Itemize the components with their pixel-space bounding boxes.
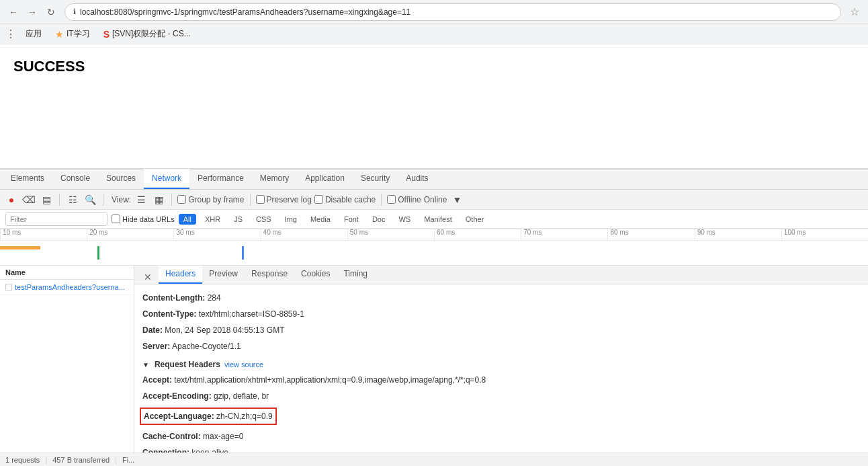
separator-5 xyxy=(381,194,382,206)
tab-security[interactable]: Security xyxy=(353,169,398,189)
timeline-area[interactable]: 10 ms 20 ms 30 ms 40 ms 50 ms 60 ms 70 m… xyxy=(0,229,868,266)
response-header-row: Content-Type: text/html;charset=ISO-8859… xyxy=(142,306,860,322)
disable-cache-label[interactable]: Disable cache xyxy=(314,195,376,204)
hide-data-urls-checkbox[interactable] xyxy=(112,215,120,223)
tab-timing[interactable]: Timing xyxy=(337,266,374,284)
section-triangle: ▼ xyxy=(142,361,149,368)
timeline-bar-orange xyxy=(0,246,40,249)
offline-label[interactable]: Offline xyxy=(387,195,421,204)
filter-type-doc[interactable]: Doc xyxy=(367,214,390,225)
page-content: SUCCESS xyxy=(0,44,868,169)
bookmark-apps-label: 应用 xyxy=(26,28,42,40)
status-bar: 1 requests | 457 B transferred | Fi... xyxy=(0,453,868,466)
tab-cookies[interactable]: Cookies xyxy=(294,266,337,284)
tab-application[interactable]: Application xyxy=(297,169,353,189)
address-bar[interactable]: ℹ localhost:8080/springmvc-1/springmvc/t… xyxy=(64,3,841,21)
timeline-bars xyxy=(0,241,868,265)
back-button[interactable]: ← xyxy=(5,4,21,20)
clear-button[interactable]: ⌫ xyxy=(21,192,36,207)
tab-memory[interactable]: Memory xyxy=(252,169,297,189)
filter-type-ws[interactable]: WS xyxy=(394,214,415,225)
tick-20ms: 20 ms xyxy=(87,229,173,240)
filter-type-xhr[interactable]: XHR xyxy=(200,214,225,225)
bookmark-button[interactable]: ☆ xyxy=(847,4,863,20)
filter-type-css[interactable]: CSS xyxy=(251,214,276,225)
bookmark-it[interactable]: ★ IT学习 xyxy=(51,27,94,41)
bookmark-svn[interactable]: S [SVN]权限分配 - CS... xyxy=(99,27,195,41)
tick-70ms: 70 ms xyxy=(521,229,607,240)
request-header-row: Accept-Language: zh-CN,zh;q=0.9 xyxy=(142,404,860,428)
request-headers-list: Accept: text/html,application/xhtml+xml,… xyxy=(142,372,860,453)
tab-console[interactable]: Console xyxy=(52,169,98,189)
reload-button[interactable]: ↻ xyxy=(43,4,59,20)
tab-elements[interactable]: Elements xyxy=(3,169,52,189)
status-requests: 1 requests xyxy=(5,456,40,464)
group-by-frame-checkbox[interactable] xyxy=(177,195,186,204)
network-conditions-button[interactable]: ▼ xyxy=(449,192,464,207)
filter-input[interactable] xyxy=(5,212,107,226)
list-view-button[interactable]: ☰ xyxy=(134,192,148,207)
forward-button[interactable]: → xyxy=(24,4,40,20)
response-header-row: Content-Length: 284 xyxy=(142,290,860,306)
preserve-log-label[interactable]: Preserve log xyxy=(256,195,312,204)
left-panel: Name testParamsAndheaders?userna... xyxy=(0,266,134,453)
devtools-panel: Elements Console Sources Network Perform… xyxy=(0,169,868,466)
tab-response[interactable]: Response xyxy=(245,266,294,284)
view-source-link[interactable]: view source xyxy=(224,360,263,368)
close-button[interactable]: ✕ xyxy=(140,270,156,284)
group-by-frame-label[interactable]: Group by frame xyxy=(177,195,244,204)
tick-60ms: 60 ms xyxy=(434,229,521,240)
request-item-icon xyxy=(5,284,12,290)
disable-cache-checkbox[interactable] xyxy=(314,195,323,204)
record-button[interactable]: ● xyxy=(4,192,19,207)
filter-type-other[interactable]: Other xyxy=(461,214,489,225)
online-label: Online xyxy=(424,195,447,204)
search-button[interactable]: 🔍 xyxy=(83,192,97,207)
tab-sources[interactable]: Sources xyxy=(98,169,144,189)
separator-2 xyxy=(103,194,103,206)
filter-type-font[interactable]: Font xyxy=(339,214,363,225)
bookmark-it-label: IT学习 xyxy=(67,28,90,40)
status-separator-1: | xyxy=(45,456,47,464)
status-separator-2: | xyxy=(115,456,117,464)
tab-preview[interactable]: Preview xyxy=(202,266,245,284)
tab-performance[interactable]: Performance xyxy=(189,169,252,189)
filter-icon[interactable]: ☷ xyxy=(65,192,80,207)
offline-checkbox[interactable] xyxy=(387,195,396,204)
tick-90ms: 90 ms xyxy=(695,229,781,240)
status-filter: Fi... xyxy=(122,456,134,464)
tab-headers[interactable]: Headers xyxy=(159,266,202,284)
tab-network[interactable]: Network xyxy=(144,169,189,189)
filter-type-all[interactable]: All xyxy=(179,214,196,225)
grid-view-button[interactable]: ▦ xyxy=(151,192,166,207)
apps-icon[interactable]: ⋮ xyxy=(5,28,16,40)
separator-1 xyxy=(59,194,60,206)
page-title: SUCCESS xyxy=(13,58,855,75)
tab-audits[interactable]: Audits xyxy=(398,169,436,189)
filter-type-js[interactable]: JS xyxy=(229,214,247,225)
camera-button[interactable]: ▤ xyxy=(39,192,54,207)
separator-4 xyxy=(250,194,251,206)
tick-40ms: 40 ms xyxy=(261,229,347,240)
filter-type-media[interactable]: Media xyxy=(306,214,335,225)
bookmark-apps[interactable]: 应用 xyxy=(21,27,46,41)
request-item-label: testParamsAndheaders?userna... xyxy=(15,283,125,291)
right-panel-tabs: ✕ Headers Preview Response Cookies Timin… xyxy=(134,266,868,284)
request-header-row: Connection: keep-alive xyxy=(142,444,860,453)
status-transferred: 457 B transferred xyxy=(52,456,110,464)
request-header-row: Accept-Encoding: gzip, deflate, br xyxy=(142,388,860,404)
list-item[interactable]: testParamsAndheaders?userna... xyxy=(0,280,134,295)
filter-bar: Hide data URLs All XHR JS CSS Img Media … xyxy=(0,210,868,229)
bookmark-svn-icon: S xyxy=(103,29,110,40)
tick-10ms: 10 ms xyxy=(0,229,87,240)
hide-data-urls-label[interactable]: Hide data URLs xyxy=(112,215,175,223)
filter-type-manifest[interactable]: Manifest xyxy=(419,214,457,225)
request-header-row: Cache-Control: max-age=0 xyxy=(142,428,860,444)
preserve-log-checkbox[interactable] xyxy=(256,195,265,204)
filter-type-img[interactable]: Img xyxy=(280,214,302,225)
tick-50ms: 50 ms xyxy=(347,229,434,240)
request-header-row: Accept: text/html,application/xhtml+xml,… xyxy=(142,372,860,388)
separator-3 xyxy=(171,194,172,206)
view-label: View: xyxy=(112,195,131,204)
address-icon: ℹ xyxy=(73,7,76,16)
